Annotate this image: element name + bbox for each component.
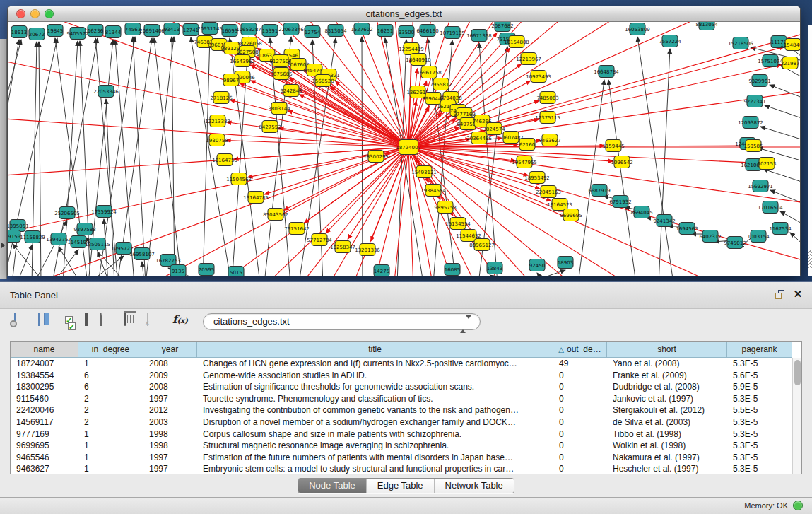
graph-node[interactable]: 16053809 — [625, 23, 650, 35]
graph-node[interactable]: 9227341 — [743, 95, 765, 107]
graph-node[interactable]: 19547955 — [512, 156, 537, 168]
expand-panel-arrow-icon[interactable] — [1, 243, 5, 248]
graph-node[interactable]: 14275 — [374, 265, 389, 276]
close-window-icon[interactable] — [16, 9, 25, 18]
column-header-in_degree[interactable]: in_degree — [78, 342, 143, 358]
graph-node[interactable]: 12741 — [183, 24, 199, 36]
graph-node[interactable]: 2718126 — [210, 92, 233, 104]
graph-node[interactable]: 25206505 — [54, 207, 80, 219]
graph-node[interactable]: 2087682 — [491, 22, 513, 32]
graph-node[interactable]: 19384554 — [420, 185, 446, 197]
graph-node[interactable]: 57712784 — [307, 234, 332, 246]
graph-node[interactable]: 92450 — [529, 259, 545, 271]
graph-node[interactable]: 16251 — [377, 25, 393, 37]
graph-node[interactable]: 159585 — [744, 140, 763, 152]
table-row[interactable]: 1938455462009Genome-wide association stu… — [11, 370, 801, 382]
graph-node[interactable]: 9135 — [170, 265, 186, 276]
graph-node[interactable]: 9329961 — [748, 75, 770, 87]
graph-node[interactable]: 12213383 — [205, 115, 230, 127]
graph-node[interactable]: 9242848 — [280, 85, 302, 97]
background-window-edge[interactable] — [808, 25, 812, 276]
table-row[interactable]: 946554611997Estimation of the future num… — [11, 452, 801, 464]
table-selector-dropdown[interactable]: citations_edges.txt — [203, 313, 481, 330]
graph-node[interactable]: 93500 — [399, 26, 414, 38]
graph-node[interactable]: 62160 — [519, 139, 535, 151]
graph-node[interactable]: 12093872 — [738, 117, 763, 129]
graph-node[interactable]: 12213967 — [516, 53, 541, 65]
graph-node[interactable]: 16164756 — [212, 154, 237, 166]
table-settings-button[interactable] — [14, 313, 34, 333]
table-scrollbar[interactable] — [792, 358, 801, 474]
graph-node[interactable]: 16648784 — [594, 66, 619, 78]
graph-node[interactable]: 9405572 — [66, 28, 88, 40]
graph-node[interactable]: 10719135 — [440, 27, 465, 39]
graph-node[interactable]: 1167534 — [769, 223, 792, 235]
select-rows-button[interactable]: ✓ ✓ — [62, 313, 82, 333]
graph-node[interactable]: 22053346 — [93, 86, 119, 98]
table-row[interactable]: 977716911998Corpus callosum shape and si… — [11, 428, 801, 440]
graph-node[interactable]: 1568520 — [312, 75, 334, 87]
graph-node[interactable]: 81344 — [105, 26, 122, 38]
table-row[interactable]: 946362711997Embryonic stem cells: a mode… — [11, 463, 801, 474]
graph-node[interactable]: 16671358 — [466, 30, 492, 42]
column-header-short[interactable]: short — [607, 342, 727, 358]
new-column-button[interactable] — [100, 313, 120, 333]
graph-node[interactable]: 18724007 — [396, 140, 421, 155]
graph-node[interactable]: 18613 — [11, 26, 27, 38]
column-header-name[interactable]: name — [11, 342, 78, 358]
table-row[interactable]: 911546021997Tourette syndrome. Phenomeno… — [11, 393, 801, 405]
column-header-pagerank[interactable]: pagerank — [727, 342, 792, 358]
graph-node[interactable]: 17016504 — [758, 201, 783, 214]
graph-node[interactable]: 102153 — [758, 158, 777, 170]
graph-node[interactable]: 93413 — [164, 23, 180, 35]
graph-node[interactable]: 15692971 — [748, 180, 773, 192]
resize-grip-icon[interactable] — [808, 250, 812, 269]
control-panel-divider[interactable] — [0, 39, 7, 279]
graph-node[interactable]: 11156829 — [20, 231, 45, 243]
graph-node[interactable]: 13164785 — [243, 192, 269, 204]
network-window[interactable]: citations_edges.txt 18613206721984594055… — [7, 6, 801, 276]
graph-node[interactable]: 18903 — [558, 257, 573, 269]
graph-node[interactable]: 16236 — [88, 25, 104, 37]
tab-edge-table[interactable]: Edge Table — [366, 479, 434, 493]
graph-node[interactable]: 79751642 — [284, 223, 310, 235]
graph-node[interactable]: 10973493 — [526, 71, 551, 83]
column-header-title[interactable]: title — [197, 342, 553, 358]
table-row[interactable]: 969969511998Structural magnetic resonanc… — [11, 440, 801, 452]
graph-node[interactable]: 6791932 — [609, 196, 631, 208]
graph-node[interactable]: 20595 — [199, 264, 214, 276]
tab-network-table[interactable]: Network Table — [434, 479, 514, 493]
graph-node[interactable]: 1159445 — [602, 140, 624, 152]
graph-node[interactable]: 9699695 — [560, 209, 582, 221]
graph-node[interactable]: 9895758 — [434, 201, 456, 214]
table-row[interactable]: 1830029562008Estimation of significance … — [11, 381, 801, 393]
graph-node[interactable]: 16085 — [445, 264, 460, 276]
network-canvas[interactable]: 1861320672198459405572162368134474563206… — [8, 22, 800, 276]
minimize-window-icon[interactable] — [30, 9, 40, 18]
table-row[interactable]: 2242004622012Investigating the contribut… — [11, 404, 801, 416]
graph-node[interactable]: 74563 — [125, 23, 141, 35]
graph-node[interactable]: 16961758 — [416, 66, 442, 78]
graph-node[interactable]: 15391 — [262, 25, 278, 37]
graph-node[interactable]: 3675685 — [270, 68, 292, 80]
column-header-year[interactable]: year — [143, 342, 197, 358]
table-row[interactable]: 1872400712008Changes of HCN gene express… — [11, 358, 801, 370]
graph-node[interactable]: 39159 — [8, 230, 20, 243]
graph-node[interactable]: 9463627 — [539, 134, 560, 146]
graph-node[interactable]: 9397588 — [73, 223, 95, 235]
delete-table-button[interactable]: × — [147, 313, 167, 333]
graph-node[interactable]: 7955812 — [430, 78, 452, 90]
scrollbar-thumb[interactable] — [794, 360, 801, 385]
function-builder-button[interactable]: f(x) — [172, 313, 192, 333]
delete-column-button[interactable] — [124, 313, 144, 333]
graph-node[interactable]: 1694563 — [676, 223, 698, 235]
graph-node[interactable]: 6687919 — [588, 185, 610, 197]
graph-node[interactable]: 8694045 — [630, 206, 652, 218]
graph-node[interactable]: 12754 — [305, 26, 321, 38]
graph-node[interactable]: 1527602 — [351, 23, 372, 35]
graph-node[interactable]: 12375115 — [535, 112, 560, 124]
graph-node[interactable]: 20672 — [29, 28, 45, 40]
zoom-window-icon[interactable] — [45, 9, 54, 18]
graph-node[interactable]: 8427552 — [259, 121, 281, 133]
table-row[interactable]: 1456911722003Disruption of a novel membe… — [11, 416, 801, 428]
